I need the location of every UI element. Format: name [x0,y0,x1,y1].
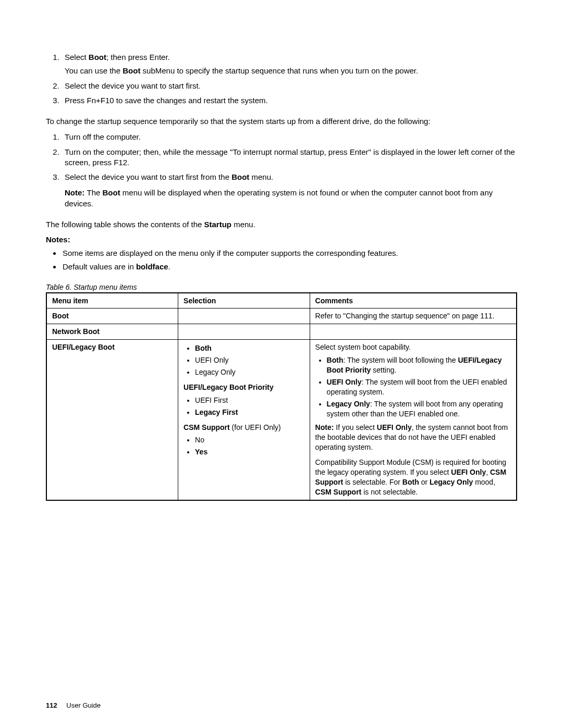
col-selection: Selection [178,293,310,309]
notes-list: Some items are displayed on the menu onl… [46,248,517,273]
step-3: Press Fn+F10 to save the changes and res… [62,95,517,106]
table-caption: Table 6. Startup menu items [46,283,517,291]
page-number: 112 [46,701,57,709]
startup-menu-table: Menu item Selection Comments Boot Refer … [46,292,517,501]
table-row: UEFI/Legacy Boot Both UEFI Only Legacy O… [46,340,517,500]
doc-title: User Guide [66,701,101,709]
note-item: Some items are displayed on the menu onl… [62,248,517,258]
step-3: Select the device you want to start firs… [62,172,517,209]
col-comments: Comments [310,293,517,309]
intro-paragraph: To change the startup sequence temporari… [46,116,517,127]
page-footer: 112 User Guide [46,701,101,709]
step-2: Turn on the computer; then, while the me… [62,147,517,168]
step-2: Select the device you want to start firs… [62,81,517,91]
step-1: Turn off the computer. [62,132,517,142]
notes-heading: Notes: [46,235,517,244]
table-row: Boot Refer to "Changing the startup sequ… [46,309,517,324]
table-intro: The following table shows the contents o… [46,219,517,230]
col-menu-item: Menu item [46,293,178,309]
table-row: Network Boot [46,324,517,340]
step-1: Select Boot; then press Enter. You can u… [62,52,517,77]
procedure-list-2: Turn off the computer. Turn on the compu… [46,132,517,209]
note-item: Default values are in boldface. [62,262,517,272]
procedure-list-1: Select Boot; then press Enter. You can u… [46,52,517,106]
